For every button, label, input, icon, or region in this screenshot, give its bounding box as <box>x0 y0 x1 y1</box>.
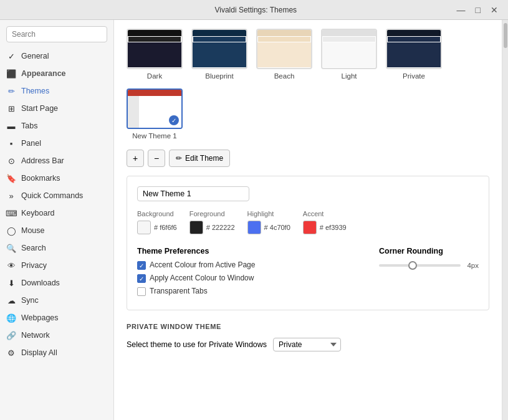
color-swatch-background[interactable] <box>137 221 151 234</box>
sidebar-item-downloads[interactable]: ⬇ Downloads <box>0 274 113 292</box>
theme-thumb-light <box>321 29 377 69</box>
scroll-thumb <box>504 23 507 48</box>
mouse-icon: ◯ <box>6 226 16 236</box>
theme-item-beach[interactable]: Beach <box>256 29 312 80</box>
sidebar-label-keyboard: Keyboard <box>21 209 55 217</box>
sidebar-item-keyboard[interactable]: ⌨ Keyboard <box>0 204 113 222</box>
pref-label-accent-from-page: Accent Colour from Active Page <box>150 260 255 269</box>
sidebar-item-panel[interactable]: ▪ Panel <box>0 135 113 152</box>
sidebar-item-start-page[interactable]: ⊞ Start Page <box>0 100 113 117</box>
sidebar-label-tabs: Tabs <box>21 122 37 130</box>
sidebar-label-mouse: Mouse <box>21 226 45 235</box>
sidebar-item-display-all[interactable]: ⚙ Display All <box>0 344 113 361</box>
private-theme-select[interactable]: Private Dark Blueprint Beach Light New T… <box>273 338 341 351</box>
minimize-button[interactable]: — <box>454 5 468 15</box>
sidebar-label-network: Network <box>21 331 50 340</box>
color-value-accent: # ef3939 <box>320 224 347 231</box>
sidebar-label-webpages: Webpages <box>21 313 59 322</box>
scrollbar[interactable] <box>502 20 508 420</box>
sidebar-item-appearance[interactable]: ⬛ Appearance <box>0 65 113 82</box>
color-label-background: Background <box>137 210 177 217</box>
close-button[interactable]: ✕ <box>488 5 501 15</box>
color-swatch-foreground[interactable] <box>189 221 203 234</box>
sidebar-label-downloads: Downloads <box>21 279 60 287</box>
color-group-highlight: Highlight # 4c70f0 <box>247 210 290 234</box>
sidebar-label-privacy: Privacy <box>21 261 47 270</box>
theme-thumb-dark <box>127 29 183 69</box>
theme-item-private[interactable]: Private <box>386 29 442 80</box>
sidebar-item-themes[interactable]: ✏ Themes <box>0 82 113 100</box>
quick-commands-icon: » <box>6 191 16 201</box>
pref-checkbox-transparent-tabs[interactable] <box>137 287 146 296</box>
theme-prefs-title: Theme Preferences <box>137 247 354 255</box>
sidebar-label-start-page: Start Page <box>21 104 58 113</box>
pencil-icon: ✏ <box>6 86 16 96</box>
maximize-button[interactable]: □ <box>473 5 483 15</box>
sidebar-item-general[interactable]: ✓ General <box>0 47 113 65</box>
theme-item-new-theme-1[interactable]: ✓ New Theme 1 <box>127 88 183 140</box>
sidebar-item-sync[interactable]: ☁ Sync <box>0 292 113 309</box>
sidebar-item-tabs[interactable]: ▬ Tabs <box>0 117 113 135</box>
sidebar-label-quick-commands: Quick Commands <box>21 191 83 200</box>
color-value-foreground: # 222222 <box>206 224 235 231</box>
panel-icon: ▪ <box>6 138 16 148</box>
theme-item-light[interactable]: Light <box>321 29 377 80</box>
remove-theme-button[interactable]: − <box>148 150 165 167</box>
theme-toolbar: + − ✏ Edit Theme <box>127 150 489 167</box>
private-window-section: PRIVATE WINDOW THEME Select theme to use… <box>127 323 489 351</box>
sidebar-item-mouse[interactable]: ◯ Mouse <box>0 222 113 239</box>
content-area: Dark Blueprint <box>114 20 502 420</box>
theme-editor-box: Background # f6f6f6 Foreground # 222222 <box>127 176 489 310</box>
color-swatch-row-accent: # ef3939 <box>303 221 347 234</box>
private-select-label: Select theme to use for Private Windows <box>127 340 267 349</box>
downloads-icon: ⬇ <box>6 278 16 288</box>
theme-label-dark: Dark <box>147 72 162 80</box>
corner-rounding-title: Corner Rounding <box>379 247 479 255</box>
color-swatch-highlight[interactable] <box>247 221 261 234</box>
sync-icon: ☁ <box>6 295 16 305</box>
private-window-title: PRIVATE WINDOW THEME <box>127 323 489 330</box>
theme-name-input[interactable] <box>137 186 249 201</box>
theme-item-dark[interactable]: Dark <box>127 29 183 80</box>
color-value-highlight: # 4c70f0 <box>264 224 290 231</box>
theme-label-beach: Beach <box>274 72 295 80</box>
monitor-icon: ⬛ <box>6 69 16 79</box>
color-value-background: # f6f6f6 <box>154 224 177 231</box>
bookmark-icon: 🔖 <box>6 173 16 183</box>
theme-thumb-private <box>386 29 442 69</box>
theme-grid: Dark Blueprint <box>127 29 489 140</box>
prefs-row: Theme Preferences ✓ Accent Colour from A… <box>137 247 479 300</box>
sidebar-label-general: General <box>21 52 49 60</box>
checkmark-icon: ✓ <box>6 51 16 61</box>
sidebar-item-quick-commands[interactable]: » Quick Commands <box>0 187 113 204</box>
pref-checkbox-apply-accent-window[interactable]: ✓ <box>137 274 146 283</box>
sidebar-label-bookmarks: Bookmarks <box>21 174 60 183</box>
sidebar-item-network[interactable]: 🔗 Network <box>0 327 113 344</box>
add-theme-button[interactable]: + <box>127 150 144 167</box>
sidebar-item-privacy[interactable]: 👁 Privacy <box>0 257 113 274</box>
content-inner: Dark Blueprint <box>114 20 502 369</box>
edit-theme-button[interactable]: ✏ Edit Theme <box>169 150 230 167</box>
privacy-icon: 👁 <box>6 260 16 270</box>
sidebar-item-webpages[interactable]: 🌐 Webpages <box>0 309 113 327</box>
search-input[interactable] <box>6 26 107 42</box>
pref-checkbox-accent-from-page[interactable]: ✓ <box>137 261 146 270</box>
colors-row: Background # f6f6f6 Foreground # 222222 <box>137 210 479 234</box>
sidebar-label-display-all: Display All <box>21 348 57 357</box>
main-layout: ✓ General ⬛ Appearance ✏ Themes ⊞ Start … <box>0 20 508 420</box>
title-bar: Vivaldi Settings: Themes — □ ✕ <box>0 0 508 20</box>
sidebar-label-sync: Sync <box>21 296 39 305</box>
color-swatch-row-foreground: # 222222 <box>189 221 235 234</box>
sidebar-item-search[interactable]: 🔍 Search <box>0 239 113 257</box>
sidebar-label-address-bar: Address Bar <box>21 156 64 165</box>
sidebar-item-address-bar[interactable]: ⊙ Address Bar <box>0 152 113 169</box>
sidebar-item-bookmarks[interactable]: 🔖 Bookmarks <box>0 169 113 187</box>
color-swatch-accent[interactable] <box>303 221 317 234</box>
theme-item-blueprint[interactable]: Blueprint <box>191 29 247 80</box>
color-group-accent: Accent # ef3939 <box>303 210 347 234</box>
corner-rounding-slider[interactable] <box>379 264 461 267</box>
color-group-foreground: Foreground # 222222 <box>189 210 235 234</box>
sidebar-label-themes: Themes <box>21 87 49 95</box>
color-swatch-row-highlight: # 4c70f0 <box>247 221 290 234</box>
theme-thumb-new-theme-1: ✓ <box>127 88 183 129</box>
